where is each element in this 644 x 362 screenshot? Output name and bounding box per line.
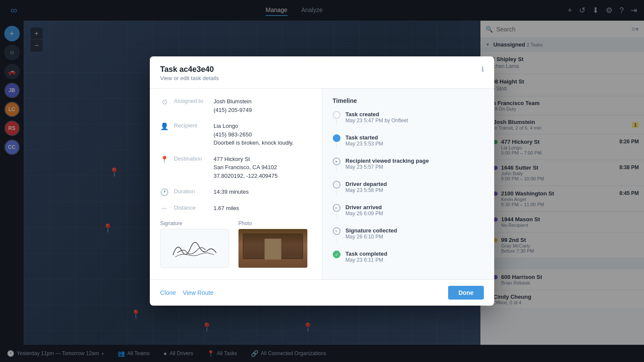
recipient-label: Recipient <box>174 122 208 129</box>
distance-value: 1.67 miles <box>214 204 239 213</box>
timeline-dot-arrow: ➤ <box>333 158 341 165</box>
timeline-dot-wrap <box>333 111 341 127</box>
assigned-icon: ⊙ <box>160 98 169 106</box>
assigned-to-field: ⊙ Assigned to Josh Blumstein (415) 205-9… <box>160 97 312 114</box>
destination-field: 📍 Destination 477 Hickory St San Francis… <box>160 155 312 180</box>
timeline-dot-wrap: ✎ <box>333 227 341 243</box>
timeline-line <box>336 190 337 195</box>
signature-section: Signature <box>160 220 233 268</box>
timeline-dot-empty <box>333 111 341 119</box>
clone-button[interactable]: Clone <box>160 289 176 296</box>
duration-label: Duration <box>174 188 208 195</box>
modal-title-group: Task ac4e3e40 View or edit task details <box>160 65 219 81</box>
timeline-event-3: → Driver departed May 23 5:58 PM <box>333 181 484 196</box>
info-icon[interactable]: ℹ <box>481 65 484 73</box>
timeline-line <box>336 213 337 218</box>
modal-footer-links: Clone View Route <box>160 289 214 296</box>
signature-image <box>164 233 225 263</box>
photo-section: Photo 104 <box>238 220 312 268</box>
duration-field: 🕐 Duration 14:39 minutes <box>160 188 312 196</box>
modal-subtitle: View or edit task details <box>160 75 219 81</box>
distance-field: ↔ Distance 1.67 miles <box>160 204 312 213</box>
timeline-line <box>336 120 337 125</box>
timeline-event-text: Driver arrived May 26 6:09 PM <box>346 204 383 217</box>
timeline-event-text: Recipient viewed tracking page May 23 5:… <box>346 158 429 170</box>
timeline-event-text: Signature collected May 26 6:10 PM <box>346 227 397 240</box>
modal-details: ⊙ Assigned to Josh Blumstein (415) 205-9… <box>150 89 322 279</box>
modal-timeline: Timeline Task created May 23 5:47 PM by … <box>322 89 495 279</box>
timeline-line <box>336 236 337 241</box>
timeline-title: Timeline <box>333 97 484 104</box>
timeline-line <box>336 143 337 149</box>
timeline-dot-green: ✓ <box>333 251 341 258</box>
signature-box[interactable] <box>160 229 229 268</box>
distance-label: Distance <box>174 204 208 211</box>
duration-icon: 🕐 <box>160 188 169 196</box>
timeline-dot-blue <box>333 134 341 142</box>
timeline-event-text: Task created May 23 5:47 PM by Onfleet <box>346 111 408 124</box>
timeline-dot-wrap: → <box>333 181 341 196</box>
destination-value: 477 Hickory St San Francisco, CA 94102 3… <box>214 155 278 180</box>
timeline-dot-arrived: ⊙ <box>333 204 341 212</box>
recipient-value: Lia Longo (415) 983-2650 Doorbell is bro… <box>214 122 294 147</box>
photos-section: Signature Photo <box>160 220 312 268</box>
timeline-dot-pencil: ✎ <box>333 227 341 235</box>
destination-icon: 📍 <box>160 155 169 164</box>
assigned-label: Assigned to <box>174 97 208 104</box>
timeline-dot-wrap <box>333 134 341 150</box>
destination-label: Destination <box>174 155 208 162</box>
distance-icon: ↔ <box>160 204 169 212</box>
done-button[interactable]: Done <box>448 286 484 300</box>
timeline-event-5: ✎ Signature collected May 26 6:10 PM <box>333 227 484 243</box>
timeline-event-text: Task completed May 23 6:11 PM <box>346 251 387 263</box>
signature-label: Signature <box>160 220 233 226</box>
modal-footer: Clone View Route Done <box>150 279 494 306</box>
timeline-event-2: ➤ Recipient viewed tracking page May 23 … <box>333 158 484 173</box>
timeline-event-text: Driver departed May 23 5:58 PM <box>346 181 387 193</box>
modal-task-id: Task ac4e3e40 <box>160 65 219 74</box>
timeline-dot-wrap: ✓ <box>333 251 341 258</box>
timeline-dot-depart: → <box>333 181 341 189</box>
duration-value: 14:39 minutes <box>214 188 249 196</box>
timeline-list: Task created May 23 5:47 PM by Onfleet T… <box>333 111 484 271</box>
modal-body: ⊙ Assigned to Josh Blumstein (415) 205-9… <box>150 89 494 279</box>
timeline-event-0: Task created May 23 5:47 PM by Onfleet <box>333 111 484 127</box>
timeline-event-6: ✓ Task completed May 23 6:11 PM <box>333 251 484 263</box>
timeline-line <box>336 167 337 172</box>
recipient-icon: 👤 <box>160 122 169 130</box>
timeline-event-1: Task started May 23 5:53 PM <box>333 134 484 150</box>
timeline-dot-wrap: ➤ <box>333 158 341 173</box>
timeline-event-text: Task started May 23 5:53 PM <box>346 134 383 147</box>
recipient-field: 👤 Recipient Lia Longo (415) 983-2650 Doo… <box>160 122 312 147</box>
photo-box[interactable]: 104 <box>238 229 307 268</box>
modal-overlay[interactable]: Task ac4e3e40 View or edit task details … <box>0 0 644 362</box>
assigned-value: Josh Blumstein (415) 205-9749 <box>214 97 252 114</box>
view-route-button[interactable]: View Route <box>183 289 214 296</box>
modal-header: Task ac4e3e40 View or edit task details … <box>150 56 494 89</box>
timeline-dot-wrap: ⊙ <box>333 204 341 220</box>
task-modal: Task ac4e3e40 View or edit task details … <box>150 56 494 306</box>
timeline-event-4: ⊙ Driver arrived May 26 6:09 PM <box>333 204 484 220</box>
photo-label: Photo <box>238 220 312 226</box>
